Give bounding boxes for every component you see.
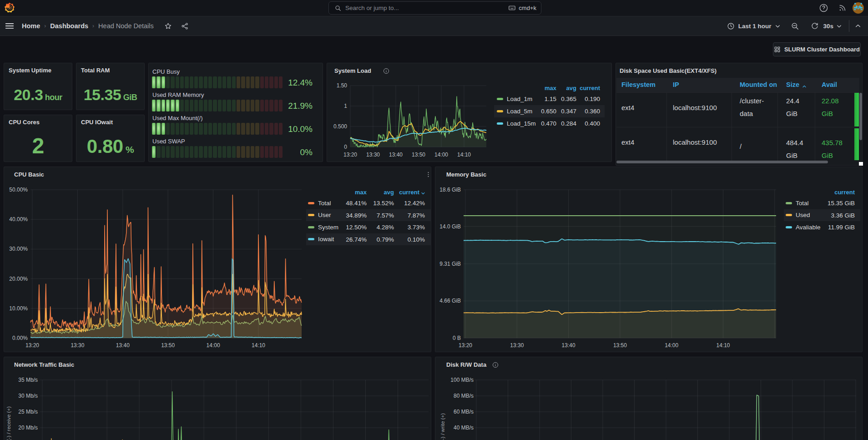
svg-text:13:50: 13:50 (161, 342, 175, 349)
svg-text:50.00%: 50.00% (9, 187, 28, 193)
svg-text:smit (-) / receive (+): smit (-) / receive (+) (6, 406, 11, 440)
svg-text:13:50: 13:50 (412, 152, 425, 158)
svg-text:1.50: 1.50 (337, 82, 348, 89)
svg-text:14.0 GiB: 14.0 GiB (439, 223, 461, 230)
svg-text:14:10: 14:10 (252, 342, 265, 349)
svg-text:20 Mb/s: 20 Mb/s (18, 425, 38, 431)
svg-text:35 Mb/s: 35 Mb/s (18, 377, 38, 383)
svg-text:25 Mb/s: 25 Mb/s (18, 409, 38, 415)
svg-text:13:20: 13:20 (343, 152, 357, 158)
svg-text:13:30: 13:30 (510, 342, 524, 349)
svg-text:13:30: 13:30 (71, 342, 84, 349)
svg-text:60 MB/s: 60 MB/s (454, 409, 474, 415)
svg-text:13:20: 13:20 (25, 342, 39, 349)
svg-text:14:10: 14:10 (457, 152, 471, 158)
svg-text:13:20: 13:20 (459, 342, 472, 349)
svg-text:0.500: 0.500 (333, 123, 347, 130)
svg-text:40.00%: 40.00% (9, 216, 28, 223)
svg-text:0 B: 0 B (453, 335, 461, 341)
svg-text:13:40: 13:40 (562, 342, 575, 349)
svg-text:0.00%: 0.00% (12, 335, 28, 341)
svg-text:9.31 GiB: 9.31 GiB (439, 261, 461, 267)
svg-text:13:30: 13:30 (366, 152, 380, 158)
svg-text:20.00%: 20.00% (9, 276, 28, 282)
svg-text:13:50: 13:50 (613, 342, 627, 349)
svg-text:18.6 GiB: 18.6 GiB (439, 187, 461, 193)
svg-text:13:40: 13:40 (389, 152, 403, 158)
svg-text:10.00%: 10.00% (9, 305, 28, 312)
svg-text:14:00: 14:00 (665, 342, 678, 349)
svg-text:4.66 GiB: 4.66 GiB (439, 298, 461, 304)
svg-text:0: 0 (344, 144, 347, 150)
svg-text:14:10: 14:10 (716, 342, 730, 349)
svg-text:read (-) / write (+): read (-) / write (+) (440, 413, 445, 440)
svg-text:100 MB/s: 100 MB/s (450, 377, 474, 383)
svg-text:40 MB/s: 40 MB/s (454, 425, 474, 431)
svg-text:80 MB/s: 80 MB/s (454, 393, 474, 399)
svg-text:30.00%: 30.00% (9, 246, 28, 252)
svg-text:1: 1 (344, 103, 347, 109)
svg-text:30 Mb/s: 30 Mb/s (18, 393, 38, 399)
svg-text:14:00: 14:00 (207, 342, 220, 349)
svg-text:14:00: 14:00 (434, 152, 448, 158)
svg-text:13:40: 13:40 (116, 342, 130, 349)
